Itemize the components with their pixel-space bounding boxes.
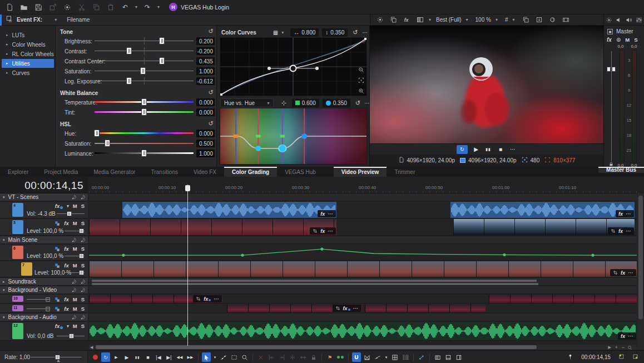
split-trim-button[interactable]: [288, 352, 297, 362]
bus-b-button[interactable]: [454, 352, 463, 362]
cursor-time-value[interactable]: 00:00:14,15: [581, 354, 611, 360]
section-reset-button[interactable]: ↺: [207, 28, 215, 35]
zoom-out-timeline-icon[interactable]: −: [622, 345, 625, 350]
track-fader[interactable]: [27, 306, 50, 311]
new-file-icon[interactable]: [3, 2, 16, 13]
track-fader[interactable]: [27, 297, 50, 302]
fader-thumb[interactable]: [67, 211, 72, 216]
param-value-field[interactable]: 0.200: [196, 37, 215, 45]
preview-quality-dropdown[interactable]: Best (Full)▾: [434, 17, 472, 23]
timeline-clip[interactable]: fx⋯: [227, 304, 361, 312]
param-slider-luminance[interactable]: [95, 150, 194, 157]
hue-green-field[interactable]: 0.600: [292, 99, 319, 107]
track-fx-button[interactable]: fx: [55, 323, 63, 329]
vertical-scrollbar[interactable]: [637, 193, 644, 350]
play-button[interactable]: ▶: [122, 352, 131, 362]
track-fader[interactable]: [57, 211, 85, 216]
group-collapse-icon[interactable]: ▾: [3, 195, 5, 200]
group-gesture-icon[interactable]: [71, 287, 77, 293]
track-header-12[interactable]: 12fx▾MSVol: 0,0 dB: [0, 322, 88, 341]
insert-marker-button[interactable]: ⚑: [325, 352, 334, 362]
loop-playback-button[interactable]: ↻: [101, 352, 110, 362]
slider-thumb[interactable]: [159, 57, 165, 64]
curves-menu-button[interactable]: ⋯: [363, 29, 368, 36]
snapshot-save-icon[interactable]: [533, 14, 545, 26]
param-value-field[interactable]: 0.435: [196, 57, 215, 65]
volume-envelope[interactable]: [89, 245, 637, 261]
track-group-background-audio[interactable]: ▾Background - Audio: [0, 314, 88, 321]
slider-thumb[interactable]: [126, 77, 132, 84]
param-slider-tint[interactable]: [95, 108, 194, 116]
go-to-start-button[interactable]: |◀: [154, 352, 163, 362]
tab-video-preview[interactable]: Video Preview: [334, 167, 387, 177]
track-fx-button[interactable]: fx: [64, 296, 68, 302]
clip-menu-button[interactable]: ⋯: [328, 228, 333, 234]
curve-x-field[interactable]: ↔ 0.800: [290, 28, 319, 37]
scroll-left-icon[interactable]: ◀: [90, 345, 93, 350]
selection-chevron-button[interactable]: ▾: [212, 352, 217, 362]
track-mute-button[interactable]: M: [73, 296, 77, 302]
track-solo-button[interactable]: S: [81, 306, 85, 312]
fast-forward-button[interactable]: ▶▶: [186, 352, 195, 362]
master-mute-button[interactable]: M: [625, 37, 630, 43]
undo-history-chevron[interactable]: ▾: [133, 4, 139, 9]
timeline-clip[interactable]: fx⋯: [122, 202, 336, 218]
delete-button[interactable]: [256, 352, 265, 362]
hue-green-value[interactable]: 0.600: [302, 100, 316, 106]
compositing-icon[interactable]: [55, 221, 60, 226]
playhead-handle[interactable]: [185, 185, 190, 191]
slider-thumb[interactable]: [141, 98, 147, 106]
track-mute-button[interactable]: M: [73, 262, 77, 268]
slider-thumb[interactable]: [94, 130, 100, 137]
clip-fx-button[interactable]: fx: [204, 296, 211, 302]
expand-triangle-icon[interactable]: ▸: [6, 33, 8, 37]
project-properties-icon[interactable]: [47, 2, 59, 13]
group-gesture-icon[interactable]: [80, 287, 86, 293]
loop-playback-button[interactable]: ↻: [457, 145, 468, 154]
compositing-icon[interactable]: [55, 246, 60, 252]
compositing-icon[interactable]: [55, 306, 60, 312]
group-gesture-icon[interactable]: [80, 195, 86, 200]
timeline-clip[interactable]: fx⋯: [450, 202, 635, 218]
curve-y-field[interactable]: ↕ 0.350: [322, 28, 348, 37]
group-collapse-icon[interactable]: ▾: [3, 238, 5, 242]
speaker-wave-icon[interactable]: [625, 14, 633, 26]
transport-menu-button[interactable]: ⋯: [509, 145, 517, 154]
track-lane-7[interactable]: fx⋯: [89, 261, 637, 277]
track-fader[interactable]: [65, 253, 85, 258]
color-curves-editor[interactable]: [220, 37, 367, 96]
hscroll-handle[interactable]: [96, 345, 537, 349]
param-slider-hue[interactable]: [95, 130, 194, 137]
timeline-clip[interactable]: fx⋯: [89, 295, 222, 303]
param-value-field[interactable]: 0.000: [196, 98, 215, 106]
param-value-field[interactable]: 0.000: [196, 130, 215, 137]
track-fx-button[interactable]: fx: [64, 262, 68, 268]
clip-menu-button[interactable]: ⋯: [626, 211, 631, 217]
track-fader[interactable]: [65, 228, 85, 233]
track-header-6[interactable]: 6fxMSLevel: 100,0 %: [0, 245, 88, 261]
speaker-icon[interactable]: [615, 14, 623, 26]
track-mute-button[interactable]: M: [73, 323, 77, 329]
slip-button[interactable]: [299, 352, 308, 362]
track-group-vt-scenes[interactable]: ▾VT - Scenes: [0, 193, 88, 201]
track-solo-button[interactable]: S: [81, 296, 85, 302]
paste-icon[interactable]: [105, 2, 117, 13]
clip-menu-button[interactable]: ⋯: [628, 270, 633, 276]
track-header-11[interactable]: 11fxMS: [0, 304, 88, 313]
mixer-a-button[interactable]: [433, 352, 442, 362]
hue-curve-selector[interactable]: Hue vs. Hue ▾: [220, 98, 274, 107]
clip-fx-button[interactable]: fx: [320, 228, 325, 234]
track-lane-6[interactable]: [89, 245, 637, 261]
slider-thumb[interactable]: [141, 150, 147, 157]
curve-y-value[interactable]: 0.350: [330, 29, 344, 36]
param-value-field[interactable]: -0.612: [196, 77, 215, 85]
pause-button[interactable]: ▮▮: [133, 352, 142, 362]
stop-button[interactable]: ■: [497, 145, 504, 154]
track-group-main-scene[interactable]: ▾Main Scene: [0, 236, 88, 244]
envelope-auto-button[interactable]: [373, 352, 382, 362]
marquee-button[interactable]: [230, 352, 239, 362]
hue-menu-button[interactable]: ⋯: [364, 100, 370, 106]
pause-button[interactable]: ▮▮: [484, 145, 492, 154]
crop-icon[interactable]: [613, 270, 618, 275]
trim-end-button[interactable]: [278, 352, 286, 362]
